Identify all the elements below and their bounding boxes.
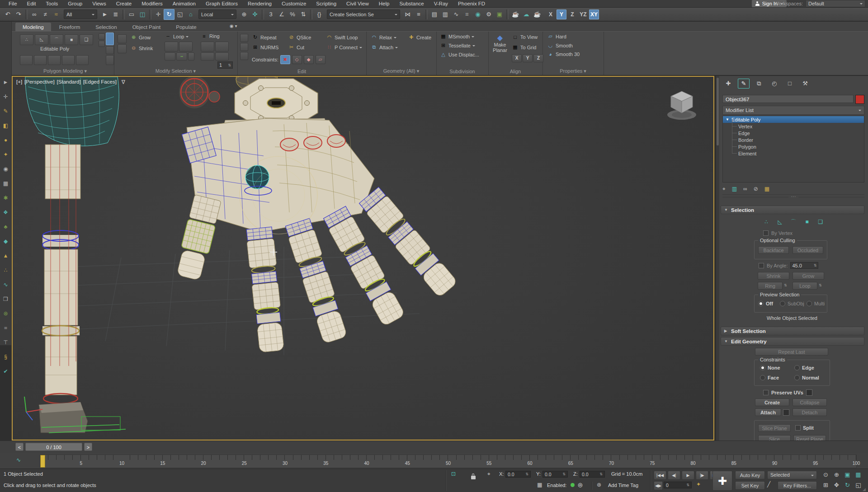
- ring-spinner-icon[interactable]: ⇅: [784, 283, 787, 287]
- angle-snap-icon[interactable]: ∠: [276, 9, 287, 20]
- gem-tool-icon[interactable]: ❖: [1, 208, 10, 217]
- grid-tool-icon[interactable]: ▦: [1, 179, 10, 188]
- dot-loop-button[interactable]: ••: [176, 52, 187, 61]
- time-slider[interactable]: 0 / 100: [25, 443, 82, 451]
- hard-button[interactable]: ▱ Hard: [547, 33, 566, 39]
- menu-item-modifiers[interactable]: Modifiers: [137, 0, 168, 7]
- select-and-scale-icon[interactable]: ◱: [175, 9, 185, 20]
- repeat-button[interactable]: ↻ Repeat: [252, 34, 276, 40]
- menu-item-tools[interactable]: Tools: [41, 0, 63, 7]
- panel-label[interactable]: Geometry (All) ▾: [366, 68, 436, 74]
- x-coordinate-field[interactable]: 0.0 ⇅: [505, 471, 531, 478]
- ring-group-label[interactable]: ≡ Ring: [201, 33, 220, 39]
- plant-tool-icon[interactable]: ♣: [1, 222, 10, 231]
- viewport-shading-menu[interactable]: [Standard]: [57, 79, 81, 85]
- menu-item-group[interactable]: Group: [63, 0, 87, 7]
- pyramid-tool-icon[interactable]: ▲: [1, 251, 10, 260]
- stack-item-vertex[interactable]: Vertex: [723, 123, 864, 130]
- timeline-ruler[interactable]: 5101520253035404550556065707580859095100: [40, 455, 857, 468]
- preserve-uvs-settings-button[interactable]: [806, 389, 812, 396]
- create-button[interactable]: Create: [755, 398, 789, 406]
- use-soft-select-toggle[interactable]: [118, 34, 127, 43]
- to-view-button[interactable]: □ To View: [512, 34, 538, 40]
- make-planar-button[interactable]: ◆ Make Planar: [491, 33, 509, 53]
- grow-button[interactable]: ⊕ Grow: [130, 34, 151, 40]
- to-grid-button[interactable]: ▦ To Grid: [512, 44, 536, 50]
- key-mode-dropdown[interactable]: Selected: [767, 471, 817, 479]
- by-angle-checkbox[interactable]: [759, 263, 764, 268]
- mini-curve-editor-icon[interactable]: ∿: [16, 457, 21, 463]
- star-tool-icon[interactable]: ✱: [1, 193, 10, 202]
- paint-tool-icon[interactable]: ✎: [1, 107, 10, 116]
- ring-shrink-button[interactable]: [215, 42, 229, 52]
- light-tool-icon[interactable]: ✦: [1, 150, 10, 159]
- droplet-tool-icon[interactable]: ◆: [1, 237, 10, 246]
- attach-button[interactable]: Attach: [755, 408, 781, 416]
- menu-item-graph-editors[interactable]: Graph Editors: [201, 0, 243, 7]
- schematic-view-icon[interactable]: ⌗: [462, 9, 472, 20]
- menu-item-substance[interactable]: Substance: [394, 0, 429, 7]
- toggle-layer-explorer-icon[interactable]: ▥: [440, 9, 451, 20]
- constrain-face-toggle[interactable]: ◆: [304, 55, 314, 64]
- modify-mode-toggle[interactable]: [106, 33, 114, 45]
- repeat-last-button[interactable]: Repeat Last: [755, 348, 828, 356]
- isolate-selection-icon[interactable]: ⊡: [451, 471, 456, 477]
- restrict-y-button[interactable]: Y: [557, 9, 566, 19]
- stack-item-edge[interactable]: Edge: [723, 130, 864, 136]
- element-subobject-icon[interactable]: ❑: [816, 218, 826, 226]
- previous-frame-button[interactable]: <: [15, 443, 24, 451]
- nurms-button[interactable]: ⊞ NURMS: [252, 44, 278, 50]
- create-tab-icon[interactable]: ✚: [722, 79, 734, 89]
- use-pivot-point-center-icon[interactable]: ⊕: [239, 9, 250, 20]
- selection-filter-dropdown[interactable]: All: [64, 9, 97, 19]
- select-and-place-icon[interactable]: ⌂: [185, 9, 196, 20]
- gamepad-icon[interactable]: ▦: [537, 482, 542, 488]
- render-iterative-icon[interactable]: ☕: [532, 9, 542, 20]
- rollout-selection[interactable]: ▼ Selection: [721, 206, 864, 214]
- rollout-divider[interactable]: [722, 197, 864, 200]
- snaps-toggle-icon[interactable]: 3: [265, 9, 276, 20]
- tessellate-button[interactable]: ⊞ Tessellate: [440, 42, 475, 48]
- time-slider-handle[interactable]: [40, 455, 45, 468]
- split-checkbox[interactable]: [795, 425, 801, 431]
- select-and-rotate-icon[interactable]: ↻: [164, 9, 175, 20]
- zoom-extents-icon[interactable]: ▣: [842, 470, 853, 479]
- scrollbar-thumb[interactable]: [717, 78, 719, 145]
- make-unique-icon[interactable]: ∞: [743, 186, 747, 192]
- align-icon[interactable]: ≡: [413, 9, 424, 20]
- y-coordinate-field[interactable]: 0.0 ⇅: [542, 471, 568, 478]
- menu-item-file[interactable]: File: [4, 0, 22, 7]
- zoom-icon[interactable]: ⊙: [821, 470, 831, 479]
- text-tool-icon[interactable]: ⊤: [1, 338, 10, 347]
- polygon-subobject-icon[interactable]: ■: [802, 218, 812, 226]
- backface-button[interactable]: Backface: [758, 246, 789, 254]
- motion-tab-icon[interactable]: ◴: [769, 79, 780, 89]
- restrict-x-button[interactable]: X: [546, 9, 556, 19]
- modifier-list-dropdown[interactable]: Modifier List: [722, 106, 864, 115]
- msmooth-button[interactable]: ▦ MSmooth: [440, 33, 474, 39]
- selection-stepper[interactable]: 1 ⇅: [217, 61, 233, 69]
- command-panel-scrollbar[interactable]: [716, 76, 719, 453]
- shrink-button[interactable]: Shrink: [758, 272, 789, 280]
- rollout-edit-geometry[interactable]: ▼ Edit Geometry: [721, 337, 864, 346]
- next-modifier-button[interactable]: [76, 55, 89, 65]
- utilities-tab-icon[interactable]: ⚒: [799, 79, 811, 89]
- panel-label[interactable]: Properties ▾: [542, 68, 604, 74]
- edit-mini-b[interactable]: [240, 43, 248, 51]
- p-connect-button[interactable]: ∷ P Connect: [326, 44, 362, 50]
- menu-item-animation[interactable]: Animation: [168, 0, 201, 7]
- edit-mini-c[interactable]: [240, 52, 248, 60]
- constrain-normal-toggle[interactable]: ▱: [316, 55, 326, 64]
- key-mode-icon[interactable]: ✦: [696, 481, 701, 487]
- attach-settings-button[interactable]: [783, 409, 789, 416]
- loop-shrink-button[interactable]: [179, 42, 193, 52]
- by-angle-spinner[interactable]: 45.0 ⇅: [790, 262, 818, 269]
- bind-to-space-warp-icon[interactable]: ≈: [51, 9, 61, 20]
- stack-item-element[interactable]: Element: [723, 150, 864, 157]
- key-filters-button[interactable]: Key Filters...: [778, 481, 817, 490]
- tab-populate[interactable]: Populate: [169, 23, 203, 31]
- previous-frame-icon[interactable]: ◀|: [668, 471, 680, 480]
- add-time-tag[interactable]: Add Time Tag: [608, 483, 638, 488]
- edge-subobject-icon[interactable]: ◺: [775, 218, 785, 226]
- restrict-xy-button[interactable]: XY: [589, 9, 599, 19]
